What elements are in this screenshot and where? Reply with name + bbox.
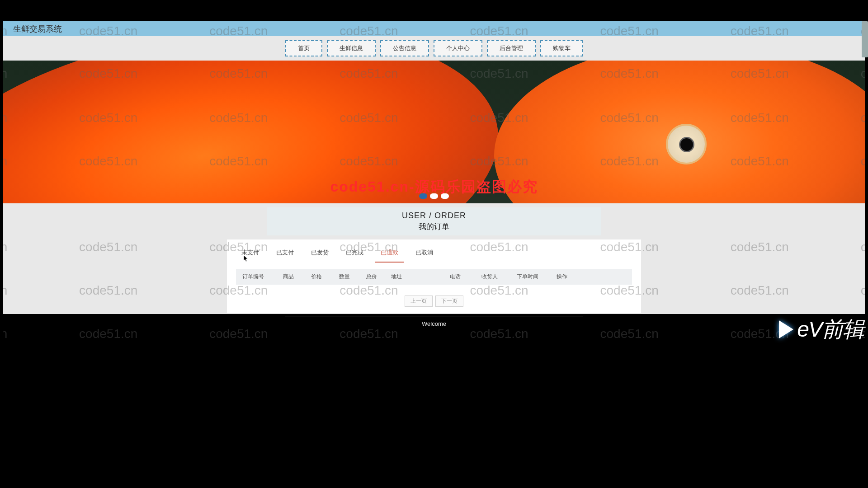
footer-divider: [285, 316, 583, 316]
col-price: 价格: [311, 273, 339, 281]
col-action: 操作: [557, 273, 579, 281]
section-header-box: USER / ORDER 我的订单: [267, 207, 601, 235]
section-title-en: USER / ORDER: [402, 211, 466, 221]
carousel-dot-2[interactable]: [430, 193, 438, 199]
nav-fresh[interactable]: 生鲜信息: [327, 40, 376, 56]
next-page-button[interactable]: 下一页: [435, 296, 463, 307]
nav-cart[interactable]: 购物车: [540, 40, 583, 56]
col-qty: 数量: [339, 273, 366, 281]
ev-recorder-badge: eV前辑: [779, 315, 863, 344]
col-address: 地址: [391, 273, 450, 281]
order-panel: 未支付 已支付 已发货 已完成 已退款 已取消 订单编号 商品 价格 数量 总价…: [227, 239, 641, 313]
tab-completed[interactable]: 已完成: [345, 246, 364, 262]
header-bar: 生鲜交易系统: [3, 21, 865, 36]
page-footer: Welcome: [3, 314, 865, 343]
letterbox-top: [0, 0, 868, 21]
hero-banner: code51.cn-源码乐园盗图必究: [3, 61, 865, 203]
fish-eye-icon: [666, 124, 707, 164]
tab-unpaid[interactable]: 未支付: [241, 246, 260, 262]
col-total: 总价: [366, 273, 391, 281]
tab-paid[interactable]: 已支付: [275, 246, 295, 262]
tab-shipped[interactable]: 已发货: [310, 246, 330, 262]
col-order-id: 订单编号: [242, 273, 283, 281]
order-table-header: 订单编号 商品 价格 数量 总价 地址 电话 收货人 下单时间 操作: [236, 269, 632, 285]
play-triangle-icon: [779, 320, 793, 338]
page: 生鲜交易系统 首页 生鲜信息 公告信息 个人中心 后台管理 购物车 code51…: [3, 21, 865, 343]
main-nav: 首页 生鲜信息 公告信息 个人中心 后台管理 购物车: [3, 36, 865, 61]
fish-head-illustration: [494, 61, 865, 203]
tab-refunded[interactable]: 已退款: [380, 246, 399, 262]
scrollbar-thumb[interactable]: [862, 21, 868, 57]
col-receiver: 收货人: [481, 273, 517, 281]
nav-home[interactable]: 首页: [285, 40, 322, 56]
prev-page-button[interactable]: 上一页: [405, 296, 433, 307]
pagination: 上一页 下一页: [227, 296, 641, 307]
carousel-dot-3[interactable]: [441, 193, 449, 199]
order-status-tabs: 未支付 已支付 已发货 已完成 已退款 已取消: [227, 239, 641, 263]
nav-admin[interactable]: 后台管理: [487, 40, 536, 56]
ev-badge-text: eV前辑: [797, 315, 863, 344]
carousel-dot-1[interactable]: [419, 193, 427, 199]
col-time: 下单时间: [517, 273, 557, 281]
tab-cancelled[interactable]: 已取消: [415, 246, 434, 262]
letterbox-bottom: [0, 343, 868, 488]
app-title: 生鲜交易系统: [13, 23, 62, 34]
carousel-indicators: [419, 193, 449, 199]
nav-profile[interactable]: 个人中心: [434, 40, 482, 56]
nav-notice[interactable]: 公告信息: [380, 40, 429, 56]
fish-pupil-icon: [680, 138, 693, 151]
col-goods: 商品: [283, 273, 311, 281]
section-title-cn: 我的订单: [419, 221, 449, 232]
col-phone: 电话: [450, 273, 481, 281]
section-header: USER / ORDER 我的订单: [3, 203, 865, 239]
